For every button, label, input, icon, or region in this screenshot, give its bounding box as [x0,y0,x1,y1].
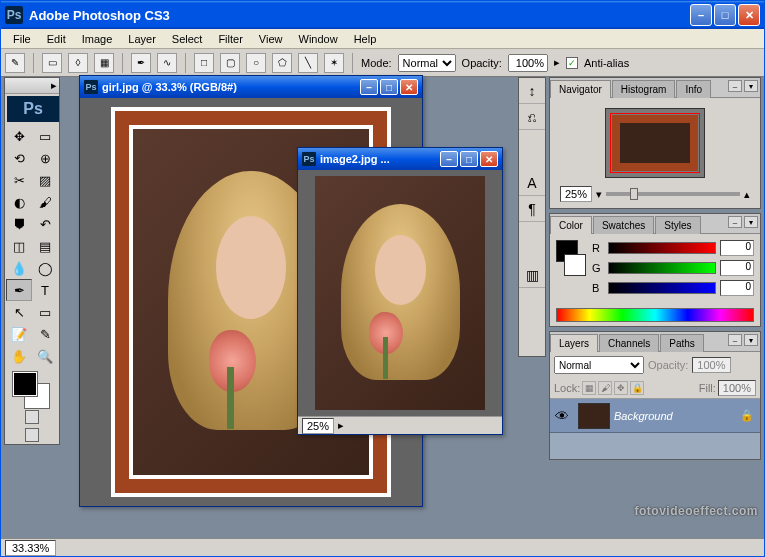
gradient-tool[interactable]: ▤ [32,235,58,257]
document-window-2[interactable]: Ps image2.jpg ... – □ ✕ 25% ▸ [297,147,503,435]
quick-mask-icon[interactable] [25,410,39,424]
layer-row-background[interactable]: 👁 Background 🔒 [550,399,760,433]
tab-info[interactable]: Info [676,80,711,98]
color-picker[interactable] [5,368,59,408]
menu-view[interactable]: View [251,31,291,47]
layer-opacity-value[interactable]: 100% [692,357,730,373]
slice-tool[interactable]: ▨ [32,169,58,191]
lock-position-icon[interactable]: ✥ [614,381,628,395]
color-bg-swatch[interactable] [564,254,586,276]
tab-swatches[interactable]: Swatches [593,216,654,234]
visibility-eye-icon[interactable]: 👁 [550,408,574,424]
menu-image[interactable]: Image [74,31,121,47]
tab-styles[interactable]: Styles [655,216,700,234]
minimize-button[interactable]: – [690,4,712,26]
navigator-zoom-value[interactable]: 25% [560,186,592,202]
history-brush-tool[interactable]: ↶ [32,213,58,235]
b-slider[interactable] [608,282,716,294]
move-tool[interactable]: ✥ [6,125,32,147]
panel-menu-icon[interactable]: ▾ [744,216,758,228]
navigator-thumbnail[interactable] [605,108,705,178]
pen-tool[interactable]: ✒ [6,279,32,301]
panel-collapse-icon[interactable]: – [728,216,742,228]
menu-window[interactable]: Window [291,31,346,47]
hand-tool[interactable]: ✋ [6,345,32,367]
heal-tool[interactable]: ◐ [6,191,32,213]
path-select-tool[interactable]: ↖ [6,301,32,323]
color-ramp[interactable] [556,308,754,322]
layer-thumbnail[interactable] [578,403,610,429]
quick-select-tool[interactable]: ⊕ [32,147,58,169]
doc2-maximize-button[interactable]: □ [460,151,478,167]
screen-mode-icon[interactable] [25,428,39,442]
custom-shape-icon[interactable]: ✶ [324,53,344,73]
menu-file[interactable]: File [5,31,39,47]
doc1-close-button[interactable]: ✕ [400,79,418,95]
doc2-titlebar[interactable]: Ps image2.jpg ... – □ ✕ [298,148,502,170]
blur-tool[interactable]: 💧 [6,257,32,279]
zoom-out-icon[interactable]: ▾ [596,188,602,201]
navigator-view-box[interactable] [610,113,700,173]
r-value[interactable]: 0 [720,240,754,256]
lock-pixels-icon[interactable]: 🖌 [598,381,612,395]
character-panel-icon[interactable]: A [519,170,545,196]
stamp-tool[interactable]: ⛊ [6,213,32,235]
doc1-titlebar[interactable]: Ps girl.jpg @ 33.3% (RGB/8#) – □ ✕ [80,76,422,98]
foreground-color[interactable] [13,372,37,396]
fill-pixels-icon[interactable]: ▦ [94,53,114,73]
r-slider[interactable] [608,242,716,254]
tab-layers[interactable]: Layers [550,334,598,352]
doc2-canvas[interactable] [298,170,502,416]
layer-name[interactable]: Background [614,410,673,422]
eyedropper-tool[interactable]: ✎ [32,323,58,345]
g-slider[interactable] [608,262,716,274]
type-tool[interactable]: T [32,279,58,301]
path-icon[interactable]: ◊ [68,53,88,73]
menu-layer[interactable]: Layer [120,31,164,47]
ellipse-shape-icon[interactable]: ○ [246,53,266,73]
rounded-rect-icon[interactable]: ▢ [220,53,240,73]
fill-value[interactable]: 100% [718,380,756,396]
clone-source-icon[interactable]: ⎌ [519,104,545,130]
doc2-minimize-button[interactable]: – [440,151,458,167]
panel-menu-icon[interactable]: ▾ [744,80,758,92]
doc1-maximize-button[interactable]: □ [380,79,398,95]
brush-tool[interactable]: 🖌 [32,191,58,213]
toolbox-header[interactable]: ▸ [5,78,59,94]
mode-select[interactable]: Normal [398,54,456,72]
freeform-pen-icon[interactable]: ∿ [157,53,177,73]
zoom-tool[interactable]: 🔍 [32,345,58,367]
marquee-tool[interactable]: ▭ [32,125,58,147]
document-zoom[interactable]: 33.33% [5,540,56,556]
tab-paths[interactable]: Paths [660,334,704,352]
dodge-tool[interactable]: ◯ [32,257,58,279]
eraser-tool[interactable]: ◫ [6,235,32,257]
tab-histogram[interactable]: Histogram [612,80,676,98]
lasso-tool[interactable]: ⟲ [6,147,32,169]
b-value[interactable]: 0 [720,280,754,296]
polygon-shape-icon[interactable]: ⬠ [272,53,292,73]
lock-all-icon[interactable]: 🔒 [630,381,644,395]
rect-shape-icon[interactable]: □ [194,53,214,73]
menu-help[interactable]: Help [346,31,385,47]
pen-icon[interactable]: ✒ [131,53,151,73]
close-button[interactable]: ✕ [738,4,760,26]
tool-preset-icon[interactable]: ✎ [5,53,25,73]
g-value[interactable]: 0 [720,260,754,276]
panel-collapse-icon[interactable]: – [728,334,742,346]
antialias-checkbox[interactable]: ✓ [566,57,578,69]
shape-tool[interactable]: ▭ [32,301,58,323]
navigator-zoom-slider[interactable] [606,192,740,196]
brushes-panel-icon[interactable]: ↕ [519,78,545,104]
layer-comps-icon[interactable]: ▥ [519,262,545,288]
panel-collapse-icon[interactable]: – [728,80,742,92]
menu-select[interactable]: Select [164,31,211,47]
doc2-zoom[interactable]: 25% [302,418,334,434]
doc1-minimize-button[interactable]: – [360,79,378,95]
tab-navigator[interactable]: Navigator [550,80,611,98]
menu-filter[interactable]: Filter [210,31,250,47]
opacity-input[interactable] [508,54,548,72]
maximize-button[interactable]: □ [714,4,736,26]
tab-color[interactable]: Color [550,216,592,234]
doc2-close-button[interactable]: ✕ [480,151,498,167]
